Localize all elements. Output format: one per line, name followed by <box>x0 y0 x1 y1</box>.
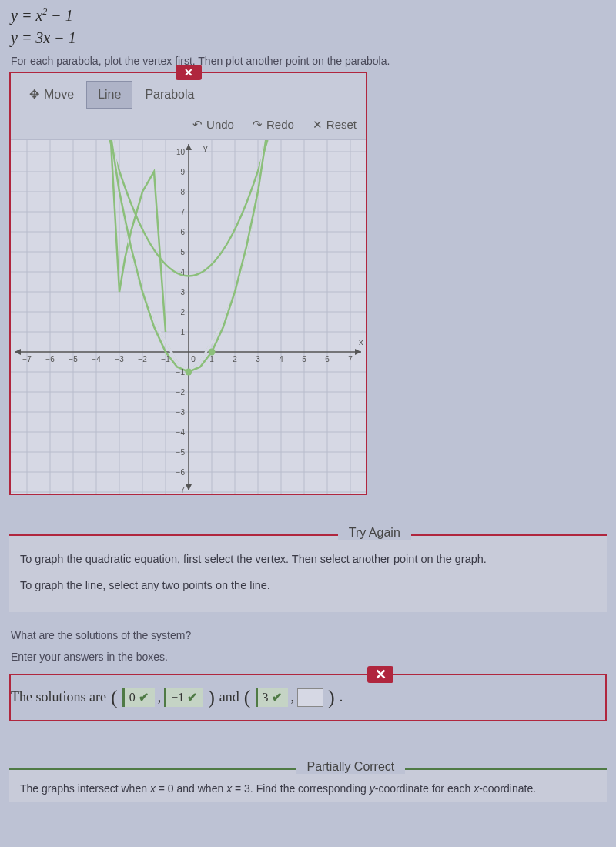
vertex-point[interactable] <box>186 368 192 375</box>
partially-correct-divider: Partially Correct <box>9 768 607 770</box>
redo-button[interactable]: ↷ Redo <box>253 118 294 132</box>
partially-correct-hint: The graphs intersect when x = 0 and when… <box>9 770 607 802</box>
answer-lead: The solutions are <box>11 689 106 705</box>
svg-text:−2: −2 <box>138 355 147 363</box>
hint-line-1: To graph the quadratic equation, first s… <box>20 550 596 569</box>
hint-line-2: To graph the line, select any two points… <box>20 576 596 595</box>
question-1: What are the solutions of the system? <box>0 612 616 646</box>
svg-text:4: 4 <box>180 268 185 276</box>
question-2: Enter your answers in the boxes. <box>0 646 616 668</box>
svg-text:3: 3 <box>256 355 260 363</box>
try-again-hint: To graph the quadratic equation, first s… <box>9 536 607 612</box>
equation-1: y = x2 − 1 <box>11 6 605 25</box>
svg-text:8: 8 <box>180 188 185 196</box>
svg-text:5: 5 <box>302 355 306 363</box>
graph-widget: ✕ ✥ Move Line Parabola ↶ Undo ↷ Redo ✕ R… <box>9 72 367 495</box>
check-icon: ✔ <box>187 690 197 705</box>
try-again-title: Try Again <box>338 526 411 540</box>
coordinate-grid: −7−6−5 −4−3−2 −10 123 456 7 1098 765 432… <box>11 140 366 494</box>
svg-text:9: 9 <box>180 168 185 176</box>
reset-label: Reset <box>326 118 357 131</box>
svg-text:−6: −6 <box>45 355 55 363</box>
svg-marker-33 <box>355 349 361 355</box>
line-tool[interactable]: Line <box>86 81 132 109</box>
instruction-text: For each parabola, plot the vertex first… <box>0 55 616 72</box>
svg-text:0: 0 <box>191 355 196 363</box>
svg-text:−2: −2 <box>176 388 186 397</box>
svg-text:x: x <box>359 337 363 346</box>
svg-text:−4: −4 <box>92 355 101 363</box>
svg-marker-34 <box>15 349 21 355</box>
partially-correct-title: Partially Correct <box>296 760 405 774</box>
svg-text:5: 5 <box>180 248 185 256</box>
svg-text:−4: −4 <box>176 428 186 437</box>
close-icon[interactable]: ✕ <box>367 666 393 683</box>
svg-text:10: 10 <box>176 148 186 156</box>
svg-text:6: 6 <box>325 355 330 363</box>
svg-text:4: 4 <box>279 355 283 363</box>
move-tool[interactable]: ✥ Move <box>18 81 85 109</box>
check-icon: ✔ <box>139 690 149 705</box>
action-bar: ↶ Undo ↷ Redo ✕ Reset <box>11 113 366 139</box>
reset-icon: ✕ <box>313 118 323 132</box>
reset-button[interactable]: ✕ Reset <box>313 118 357 132</box>
answer-input-2[interactable]: −1 ✔ <box>164 688 203 707</box>
svg-text:−5: −5 <box>176 448 186 457</box>
svg-text:−7: −7 <box>176 486 186 494</box>
line-label: Line <box>98 88 121 102</box>
try-again-divider: Try Again <box>9 534 607 536</box>
answer-tail: . <box>340 689 343 705</box>
answer-input-1[interactable]: 0 ✔ <box>122 688 155 707</box>
svg-text:−3: −3 <box>176 408 186 417</box>
parabola-label: Parabola <box>145 88 194 102</box>
undo-label: Undo <box>206 118 234 131</box>
move-label: Move <box>44 88 74 102</box>
svg-text:7: 7 <box>180 208 185 216</box>
undo-icon: ↶ <box>192 118 203 132</box>
svg-text:6: 6 <box>180 228 185 236</box>
svg-text:2: 2 <box>233 355 237 363</box>
svg-text:−3: −3 <box>115 355 124 363</box>
svg-marker-36 <box>186 484 192 490</box>
svg-text:y: y <box>203 143 208 152</box>
svg-marker-35 <box>186 144 192 150</box>
svg-text:7: 7 <box>348 355 353 363</box>
move-icon: ✥ <box>29 87 39 102</box>
parabola-tool[interactable]: Parabola <box>134 81 205 109</box>
svg-text:−5: −5 <box>69 355 78 363</box>
answer-row: ✕ The solutions are ( 0 ✔ , −1 ✔ ) and (… <box>9 674 607 721</box>
svg-text:1: 1 <box>180 328 185 336</box>
svg-text:−6: −6 <box>176 468 186 477</box>
answer-mid: and <box>219 689 239 705</box>
equations-block: y = x2 − 1 y = 3x − 1 <box>0 0 616 55</box>
svg-text:−7: −7 <box>22 355 32 363</box>
undo-button[interactable]: ↶ Undo <box>192 118 234 132</box>
check-icon: ✔ <box>272 690 282 705</box>
graph-canvas[interactable]: −7−6−5 −4−3−2 −10 123 456 7 1098 765 432… <box>11 139 366 494</box>
redo-icon: ↷ <box>253 118 263 132</box>
equation-2: y = 3x − 1 <box>11 29 605 47</box>
answer-input-3[interactable]: 3 ✔ <box>256 688 288 707</box>
svg-text:−1: −1 <box>161 355 170 363</box>
svg-text:1: 1 <box>209 355 214 363</box>
svg-text:−1: −1 <box>176 368 186 377</box>
svg-text:2: 2 <box>180 308 185 316</box>
redo-label: Redo <box>266 118 294 131</box>
close-icon[interactable]: ✕ <box>176 65 202 80</box>
svg-text:3: 3 <box>180 288 185 296</box>
answer-input-4[interactable] <box>297 688 323 707</box>
